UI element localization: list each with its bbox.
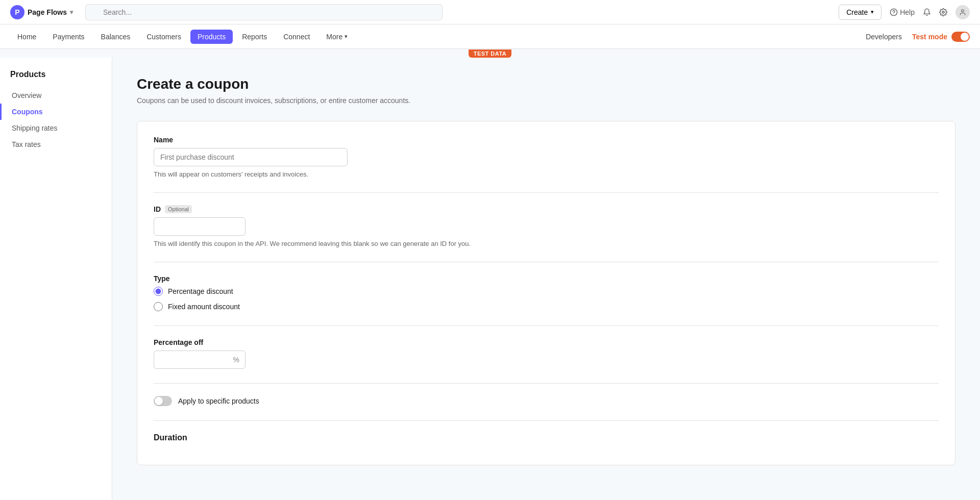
- nav-item-more[interactable]: More ▾: [319, 30, 355, 44]
- test-data-badge: TEST DATA: [469, 49, 512, 58]
- sidebar-item-coupons[interactable]: Coupons: [0, 104, 112, 120]
- sidebar-title: Products: [0, 70, 112, 87]
- create-button[interactable]: Create ▾: [839, 5, 881, 20]
- page-subtitle: Coupons can be used to discount invoices…: [137, 96, 955, 105]
- nav-item-reports[interactable]: Reports: [235, 30, 274, 44]
- help-icon: [890, 8, 898, 16]
- type-percentage-radio[interactable]: Percentage discount: [154, 287, 939, 296]
- nav-item-customers[interactable]: Customers: [139, 30, 188, 44]
- user-avatar[interactable]: [955, 5, 970, 19]
- duration-label: Duration: [154, 433, 939, 442]
- bell-icon: [923, 8, 931, 16]
- divider-4: [154, 383, 939, 384]
- percentage-group: Percentage off %: [154, 338, 939, 369]
- topbar: P Page Flows ▾ Create ▾ Help: [0, 0, 980, 24]
- user-icon: [959, 9, 966, 16]
- nav-item-products[interactable]: Products: [190, 30, 233, 44]
- brand-logo-icon: P: [10, 5, 24, 19]
- id-group: ID Optional This will identify this coup…: [154, 205, 939, 247]
- name-label: Name: [154, 136, 939, 144]
- type-radio-group: Percentage discount Fixed amount discoun…: [154, 287, 939, 311]
- help-button[interactable]: Help: [890, 8, 915, 16]
- main-content: Create a coupon Coupons can be used to d…: [112, 58, 980, 500]
- brand-dropdown-icon: ▾: [70, 9, 73, 16]
- search-area: [85, 4, 443, 20]
- test-mode-toggle[interactable]: [951, 32, 970, 42]
- percentage-wrapper: %: [154, 351, 246, 369]
- svg-point-5: [962, 9, 964, 12]
- nav-item-connect[interactable]: Connect: [276, 30, 317, 44]
- name-input[interactable]: [154, 148, 348, 166]
- svg-point-4: [942, 11, 944, 13]
- test-mode-toggle-row: Test mode: [912, 32, 970, 42]
- divider-1: [154, 192, 939, 193]
- type-group: Type Percentage discount Fixed amount di…: [154, 274, 939, 311]
- type-fixed-radio[interactable]: Fixed amount discount: [154, 302, 939, 311]
- apply-specific-toggle[interactable]: [154, 396, 172, 406]
- sidebar-item-shipping-rates[interactable]: Shipping rates: [0, 120, 112, 136]
- developers-link[interactable]: Developers: [866, 33, 902, 41]
- gear-icon: [939, 8, 947, 16]
- divider-2: [154, 262, 939, 262]
- nav-item-payments[interactable]: Payments: [45, 30, 91, 44]
- name-group: Name This will appear on customers' rece…: [154, 136, 939, 178]
- navbar-right: Developers Test mode: [866, 32, 970, 42]
- apply-specific-label: Apply to specific products: [178, 397, 259, 405]
- toggle-small-knob: [155, 397, 163, 405]
- duration-group: Duration: [154, 433, 939, 442]
- nav-item-balances[interactable]: Balances: [94, 30, 138, 44]
- apply-specific-group: Apply to specific products: [154, 396, 939, 406]
- create-coupon-form: Name This will appear on customers' rece…: [137, 121, 955, 465]
- percentage-radio-input[interactable]: [154, 287, 163, 296]
- id-input[interactable]: [154, 217, 246, 236]
- percentage-radio-label: Percentage discount: [168, 287, 233, 295]
- percentage-label: Percentage off: [154, 338, 939, 346]
- search-input[interactable]: [85, 4, 443, 20]
- sidebar: Products Overview Coupons Shipping rates…: [0, 58, 112, 500]
- brand-name: Page Flows: [28, 8, 67, 16]
- id-label: ID Optional: [154, 205, 939, 213]
- topbar-right-actions: Create ▾ Help: [839, 5, 970, 20]
- toggle-knob: [961, 33, 969, 41]
- sidebar-item-tax-rates[interactable]: Tax rates: [0, 136, 112, 153]
- sidebar-item-overview[interactable]: Overview: [0, 87, 112, 104]
- notifications-button[interactable]: [923, 8, 931, 16]
- apply-specific-toggle-row: Apply to specific products: [154, 396, 939, 406]
- test-data-banner: TEST DATA: [0, 49, 980, 58]
- page-title: Create a coupon: [137, 76, 955, 92]
- id-optional-badge: Optional: [165, 205, 192, 213]
- nav-items: Home Payments Balances Customers Product…: [10, 30, 866, 44]
- fixed-radio-label: Fixed amount discount: [168, 303, 240, 311]
- id-hint: This will identify this coupon in the AP…: [154, 240, 939, 247]
- navbar: Home Payments Balances Customers Product…: [0, 24, 980, 49]
- divider-3: [154, 326, 939, 326]
- create-dropdown-icon: ▾: [871, 9, 874, 15]
- test-mode-label: Test mode: [912, 33, 947, 41]
- divider-5: [154, 420, 939, 421]
- type-label: Type: [154, 274, 939, 283]
- settings-button[interactable]: [939, 8, 947, 16]
- name-hint: This will appear on customers' receipts …: [154, 170, 939, 178]
- percentage-symbol: %: [233, 356, 239, 364]
- fixed-radio-input[interactable]: [154, 302, 163, 311]
- nav-item-home[interactable]: Home: [10, 30, 43, 44]
- main-layout: Products Overview Coupons Shipping rates…: [0, 58, 980, 500]
- brand-logo-area[interactable]: P Page Flows ▾: [10, 5, 73, 19]
- percentage-input[interactable]: [154, 351, 246, 369]
